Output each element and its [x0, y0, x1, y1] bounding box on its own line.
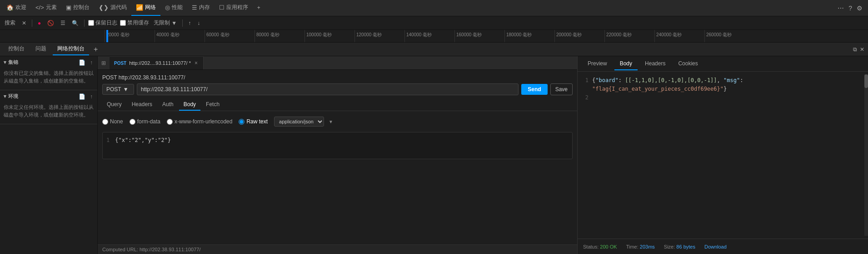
expand-panel-icon[interactable]: ⧉ — [853, 46, 857, 53]
tick-11: 240000 毫秒 — [654, 30, 704, 42]
tab-fetch[interactable]: Fetch — [201, 99, 224, 111]
request-tab-bar: ⊞ POST http://202....93.111:10077/ * × — [98, 56, 577, 70]
sources-icon: ❰❯ — [99, 4, 109, 11]
tab-cookies[interactable]: Cookies — [673, 58, 703, 70]
tab-auth[interactable]: Auth — [158, 99, 178, 111]
left-sidebar: ▾ 集锦 📄 ↑ 你没有已定义的集锦。选择上面的按钮以从磁盘导入集锦，或创建新的… — [0, 56, 98, 254]
json-line-1: 1 {"board": [[-1,1,0],[0,-1,0],[0,0,-1]]… — [581, 76, 861, 93]
search-button[interactable]: 🔍 — [70, 19, 80, 27]
record-button[interactable]: ● — [36, 19, 43, 27]
search-label: 搜索 — [3, 19, 17, 27]
right-panel: Preview Body Headers Cookies 1 {"board":… — [577, 56, 868, 254]
tab-welcome[interactable]: 🏠 欢迎 — [2, 0, 31, 16]
memory-icon: ☰ — [192, 4, 197, 11]
settings-icon[interactable]: ⚙ — [857, 5, 863, 12]
clear-button[interactable]: 🚫 — [45, 19, 56, 27]
new-env-button[interactable]: 📄 — [78, 93, 86, 100]
performance-icon: ◎ — [165, 4, 170, 11]
response-scrollbar[interactable] — [864, 74, 868, 236]
elements-icon: </> — [35, 4, 44, 11]
code-editor[interactable]: 1 {"x":"2","y":"2"} — [102, 132, 573, 159]
scrollbar-thumb[interactable] — [864, 74, 868, 88]
tab-body[interactable]: Body — [179, 99, 200, 111]
request-title: POST http://202.38.93.111:10077/ — [98, 73, 577, 83]
status-item: Status: 200 OK — [583, 244, 617, 249]
import-env-button[interactable]: ↑ — [89, 93, 94, 100]
response-body-content: 1 {"board": [[-1,1,0],[0,-1,0],[0,0,-1]]… — [578, 72, 868, 239]
collections-header[interactable]: ▾ 集锦 📄 ↑ — [0, 56, 97, 68]
tab-query[interactable]: Query — [102, 99, 126, 111]
radio-none[interactable]: None — [102, 118, 123, 125]
network-icon: 📶 — [136, 4, 143, 11]
network-toolbar: 搜索 ✕ ● 🚫 ☰ 🔍 保留日志 禁用缓存 无限制 ▼ ↑ ↓ — [0, 16, 868, 30]
timeline-ruler: 20000 毫秒 40000 毫秒 60000 毫秒 80000 毫秒 1000… — [0, 30, 868, 42]
add-tab-button[interactable]: + — [91, 45, 100, 54]
close-panel-icon[interactable]: ✕ — [860, 46, 864, 53]
environment-chevron-icon: ▾ — [4, 93, 6, 99]
bottom-section-tabs: 控制台 问题 网络控制台 + ⧉ ✕ — [0, 43, 868, 56]
tab-add[interactable]: + — [253, 0, 265, 16]
tab-memory[interactable]: ☰ 内存 — [187, 0, 215, 16]
send-button[interactable]: Send — [521, 84, 547, 95]
tab-network[interactable]: 📶 网络 — [131, 0, 160, 16]
close-search-button[interactable]: ✕ — [20, 19, 28, 27]
tick-5: 120000 毫秒 — [354, 30, 404, 42]
application-icon: ☐ — [219, 4, 224, 11]
status-value: 200 OK — [600, 244, 617, 249]
tab-elements[interactable]: </> 元素 — [31, 0, 61, 16]
content-type-chevron-icon: ▼ — [329, 119, 333, 124]
bottom-tab-issues[interactable]: 问题 — [31, 43, 51, 55]
tick-4: 100000 毫秒 — [304, 30, 354, 42]
content-type-select[interactable]: application/jsontext/plainapplication/xm… — [274, 117, 324, 127]
request-inner-tabs: Query Headers Auth Body Fetch — [98, 99, 577, 111]
throttle-dropdown[interactable]: 无限制 ▼ — [152, 19, 179, 27]
url-input[interactable] — [137, 83, 519, 95]
tab-application[interactable]: ☐ 应用程序 — [215, 0, 253, 16]
tab-performance[interactable]: ◎ 性能 — [160, 0, 187, 16]
radio-raw-text[interactable]: Raw text — [239, 118, 268, 125]
tick-7: 160000 毫秒 — [454, 30, 504, 42]
body-type-radio-group: None form-data x-www-form-urlencoded Raw… — [102, 115, 573, 128]
collections-empty-text: 你没有已定义的集锦。选择上面的按钮以从磁盘导入集锦，或创建新的空集锦。 — [0, 68, 97, 88]
disable-cache-checkbox[interactable]: 禁用缓存 — [120, 19, 149, 27]
tab-body[interactable]: Body — [614, 58, 638, 70]
tick-6: 140000 毫秒 — [404, 30, 454, 42]
separator-1 — [32, 20, 32, 27]
tick-10: 220000 毫秒 — [604, 30, 654, 42]
environment-title: ▾ 环境 — [4, 93, 18, 100]
tab-sources[interactable]: ❰❯ 源代码 — [94, 0, 131, 16]
download-link[interactable]: Download — [704, 244, 727, 249]
method-select[interactable]: POST ▼ — [102, 84, 134, 95]
size-item: Size: 86 bytes — [664, 244, 695, 249]
preserve-log-checkbox[interactable]: 保留日志 — [88, 19, 117, 27]
tab-response-headers[interactable]: Headers — [639, 58, 671, 70]
tab-headers[interactable]: Headers — [127, 99, 157, 111]
new-collection-button[interactable]: 📄 — [78, 59, 86, 66]
timeline-bar: 20000 毫秒 40000 毫秒 60000 毫秒 80000 毫秒 1000… — [0, 30, 868, 43]
tab-console[interactable]: ▣ 控制台 — [61, 0, 94, 16]
timeline-cursor — [106, 30, 108, 42]
size-value: 86 bytes — [676, 244, 695, 249]
environment-section: ▾ 环境 📄 ↑ 你未定义任何环境。选择上面的按钮以从磁盘中导入环境，或创建新的… — [0, 90, 97, 124]
help-icon[interactable]: ? — [848, 5, 852, 12]
import-collection-button[interactable]: ↑ — [89, 59, 94, 66]
bottom-tab-console[interactable]: 控制台 — [4, 43, 29, 55]
request-tab-active[interactable]: POST http://202....93.111:10077/ * × — [110, 56, 204, 69]
filter-button[interactable]: ☰ — [59, 19, 67, 27]
save-button[interactable]: Save — [550, 83, 573, 95]
more-dots-icon[interactable]: ⋯ — [838, 5, 844, 12]
bottom-tab-network[interactable]: 网络控制台 — [53, 43, 89, 55]
radio-form-data[interactable]: form-data — [130, 118, 160, 125]
radio-urlencoded[interactable]: x-www-form-urlencoded — [167, 118, 232, 125]
close-request-tab-button[interactable]: × — [194, 60, 199, 66]
computed-url: Computed URL: http://202.38.93.111:10077… — [98, 244, 577, 254]
upload-har-button[interactable]: ↑ — [186, 19, 193, 27]
method-chevron-icon: ▼ — [123, 86, 129, 93]
download-har-button[interactable]: ↓ — [195, 19, 202, 27]
tick-2: 60000 毫秒 — [205, 30, 254, 42]
environment-header[interactable]: ▾ 环境 📄 ↑ — [0, 90, 97, 102]
separator-2 — [84, 20, 85, 27]
tab-preview[interactable]: Preview — [582, 58, 613, 70]
tick-9: 200000 毫秒 — [554, 30, 604, 42]
request-tab-url: http://202....93.111:10077/ * — [129, 60, 191, 66]
